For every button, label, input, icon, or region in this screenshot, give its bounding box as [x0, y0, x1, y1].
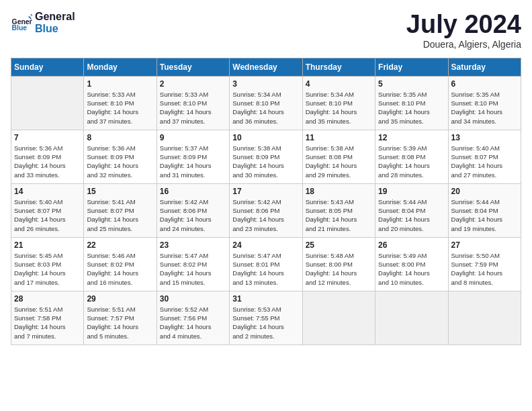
svg-text:Blue: Blue	[12, 24, 28, 32]
calendar-cell: 19Sunrise: 5:44 AM Sunset: 8:04 PM Dayli…	[375, 183, 448, 237]
day-info: Sunrise: 5:36 AM Sunset: 8:09 PM Dayligh…	[87, 144, 153, 179]
calendar-cell: 7Sunrise: 5:36 AM Sunset: 8:09 PM Daylig…	[11, 130, 84, 183]
day-number: 27	[451, 240, 518, 250]
calendar-cell: 25Sunrise: 5:48 AM Sunset: 8:00 PM Dayli…	[302, 237, 375, 291]
day-info: Sunrise: 5:35 AM Sunset: 8:10 PM Dayligh…	[451, 90, 518, 126]
calendar-cell: 13Sunrise: 5:40 AM Sunset: 8:07 PM Dayli…	[448, 130, 521, 183]
day-number: 11	[306, 133, 372, 142]
day-info: Sunrise: 5:35 AM Sunset: 8:10 PM Dayligh…	[378, 90, 445, 126]
calendar-cell: 31Sunrise: 5:53 AM Sunset: 7:55 PM Dayli…	[230, 291, 302, 345]
day-info: Sunrise: 5:34 AM Sunset: 8:10 PM Dayligh…	[306, 90, 372, 126]
calendar-cell: 12Sunrise: 5:39 AM Sunset: 8:08 PM Dayli…	[375, 130, 448, 183]
calendar-cell: 24Sunrise: 5:47 AM Sunset: 8:01 PM Dayli…	[230, 237, 302, 291]
week-row-4: 21Sunrise: 5:45 AM Sunset: 8:03 PM Dayli…	[11, 237, 521, 291]
calendar-header: SundayMondayTuesdayWednesdayThursdayFrid…	[11, 58, 521, 76]
day-info: Sunrise: 5:42 AM Sunset: 8:06 PM Dayligh…	[160, 197, 226, 233]
day-number: 15	[87, 187, 153, 196]
logo-line1: General	[35, 11, 75, 23]
day-info: Sunrise: 5:51 AM Sunset: 7:58 PM Dayligh…	[14, 305, 81, 340]
day-number: 9	[160, 133, 226, 142]
day-info: Sunrise: 5:49 AM Sunset: 8:00 PM Dayligh…	[378, 251, 445, 287]
day-number: 29	[87, 294, 153, 304]
calendar-cell: 8Sunrise: 5:36 AM Sunset: 8:09 PM Daylig…	[84, 130, 157, 183]
day-info: Sunrise: 5:51 AM Sunset: 7:57 PM Dayligh…	[87, 305, 153, 340]
day-header-saturday: Saturday	[448, 58, 521, 76]
day-number: 19	[378, 187, 445, 196]
month-title: July 2024	[406, 11, 521, 39]
day-number: 4	[306, 79, 372, 89]
day-number: 23	[160, 240, 226, 250]
day-header-friday: Friday	[375, 58, 448, 76]
day-info: Sunrise: 5:47 AM Sunset: 8:01 PM Dayligh…	[232, 251, 299, 287]
calendar-cell: 20Sunrise: 5:44 AM Sunset: 8:04 PM Dayli…	[448, 183, 521, 237]
day-number: 18	[306, 187, 372, 196]
day-info: Sunrise: 5:52 AM Sunset: 7:56 PM Dayligh…	[160, 305, 226, 340]
calendar-cell: 26Sunrise: 5:49 AM Sunset: 8:00 PM Dayli…	[375, 237, 448, 291]
day-number: 22	[87, 240, 153, 250]
day-number: 2	[160, 79, 226, 89]
day-number: 13	[451, 133, 518, 142]
day-info: Sunrise: 5:41 AM Sunset: 8:07 PM Dayligh…	[87, 197, 153, 233]
header-row: SundayMondayTuesdayWednesdayThursdayFrid…	[11, 58, 521, 76]
calendar-cell: 27Sunrise: 5:50 AM Sunset: 7:59 PM Dayli…	[448, 237, 521, 291]
calendar-cell: 4Sunrise: 5:34 AM Sunset: 8:10 PM Daylig…	[302, 76, 375, 130]
day-info: Sunrise: 5:46 AM Sunset: 8:02 PM Dayligh…	[87, 251, 153, 287]
day-number: 28	[14, 294, 81, 304]
day-header-monday: Monday	[84, 58, 157, 76]
day-info: Sunrise: 5:33 AM Sunset: 8:10 PM Dayligh…	[87, 90, 153, 126]
day-info: Sunrise: 5:50 AM Sunset: 7:59 PM Dayligh…	[451, 251, 518, 287]
day-number: 31	[232, 294, 299, 304]
calendar-cell: 1Sunrise: 5:33 AM Sunset: 8:10 PM Daylig…	[84, 76, 157, 130]
day-info: Sunrise: 5:38 AM Sunset: 8:08 PM Dayligh…	[306, 144, 372, 179]
calendar-cell: 21Sunrise: 5:45 AM Sunset: 8:03 PM Dayli…	[11, 237, 84, 291]
calendar-cell: 10Sunrise: 5:38 AM Sunset: 8:09 PM Dayli…	[230, 130, 302, 183]
day-header-thursday: Thursday	[302, 58, 375, 76]
day-info: Sunrise: 5:34 AM Sunset: 8:10 PM Dayligh…	[232, 90, 299, 126]
calendar-cell: 3Sunrise: 5:34 AM Sunset: 8:10 PM Daylig…	[230, 76, 302, 130]
day-header-tuesday: Tuesday	[157, 58, 229, 76]
calendar-cell: 29Sunrise: 5:51 AM Sunset: 7:57 PM Dayli…	[84, 291, 157, 345]
day-number: 14	[14, 187, 81, 196]
day-number: 30	[160, 294, 226, 304]
day-number: 25	[306, 240, 372, 250]
day-number: 26	[378, 240, 445, 250]
calendar-cell: 23Sunrise: 5:47 AM Sunset: 8:02 PM Dayli…	[157, 237, 229, 291]
day-number: 6	[451, 79, 518, 89]
calendar-cell	[11, 76, 84, 130]
day-info: Sunrise: 5:40 AM Sunset: 8:07 PM Dayligh…	[14, 197, 81, 233]
calendar-cell: 30Sunrise: 5:52 AM Sunset: 7:56 PM Dayli…	[157, 291, 229, 345]
day-number: 8	[87, 133, 153, 142]
week-row-1: 1Sunrise: 5:33 AM Sunset: 8:10 PM Daylig…	[11, 76, 521, 130]
day-number: 5	[378, 79, 445, 89]
calendar-cell: 16Sunrise: 5:42 AM Sunset: 8:06 PM Dayli…	[157, 183, 229, 237]
calendar-body: 1Sunrise: 5:33 AM Sunset: 8:10 PM Daylig…	[11, 76, 521, 345]
calendar-cell: 18Sunrise: 5:43 AM Sunset: 8:05 PM Dayli…	[302, 183, 375, 237]
day-info: Sunrise: 5:47 AM Sunset: 8:02 PM Dayligh…	[160, 251, 226, 287]
day-info: Sunrise: 5:48 AM Sunset: 8:00 PM Dayligh…	[306, 251, 372, 287]
day-info: Sunrise: 5:53 AM Sunset: 7:55 PM Dayligh…	[232, 305, 299, 340]
day-info: Sunrise: 5:44 AM Sunset: 8:04 PM Dayligh…	[451, 197, 518, 233]
day-number: 7	[14, 133, 81, 142]
day-number: 16	[160, 187, 226, 196]
logo: General Blue General Blue	[11, 11, 75, 34]
calendar-cell	[448, 291, 521, 345]
calendar-cell	[375, 291, 448, 345]
logo-icon: General Blue	[11, 12, 32, 34]
calendar-cell: 2Sunrise: 5:33 AM Sunset: 8:10 PM Daylig…	[157, 76, 229, 130]
day-number: 3	[232, 79, 299, 89]
day-info: Sunrise: 5:40 AM Sunset: 8:07 PM Dayligh…	[451, 144, 518, 179]
day-info: Sunrise: 5:37 AM Sunset: 8:09 PM Dayligh…	[160, 144, 226, 179]
calendar-cell: 6Sunrise: 5:35 AM Sunset: 8:10 PM Daylig…	[448, 76, 521, 130]
calendar-cell: 15Sunrise: 5:41 AM Sunset: 8:07 PM Dayli…	[84, 183, 157, 237]
calendar-cell: 22Sunrise: 5:46 AM Sunset: 8:02 PM Dayli…	[84, 237, 157, 291]
calendar-cell: 5Sunrise: 5:35 AM Sunset: 8:10 PM Daylig…	[375, 76, 448, 130]
location-subtitle: Douera, Algiers, Algeria	[406, 39, 521, 50]
day-info: Sunrise: 5:36 AM Sunset: 8:09 PM Dayligh…	[14, 144, 81, 179]
day-number: 12	[378, 133, 445, 142]
day-info: Sunrise: 5:43 AM Sunset: 8:05 PM Dayligh…	[306, 197, 372, 233]
title-block: July 2024 Douera, Algiers, Algeria	[406, 11, 521, 50]
week-row-3: 14Sunrise: 5:40 AM Sunset: 8:07 PM Dayli…	[11, 183, 521, 237]
calendar-cell: 11Sunrise: 5:38 AM Sunset: 8:08 PM Dayli…	[302, 130, 375, 183]
day-info: Sunrise: 5:42 AM Sunset: 8:06 PM Dayligh…	[232, 197, 299, 233]
day-info: Sunrise: 5:33 AM Sunset: 8:10 PM Dayligh…	[160, 90, 226, 126]
